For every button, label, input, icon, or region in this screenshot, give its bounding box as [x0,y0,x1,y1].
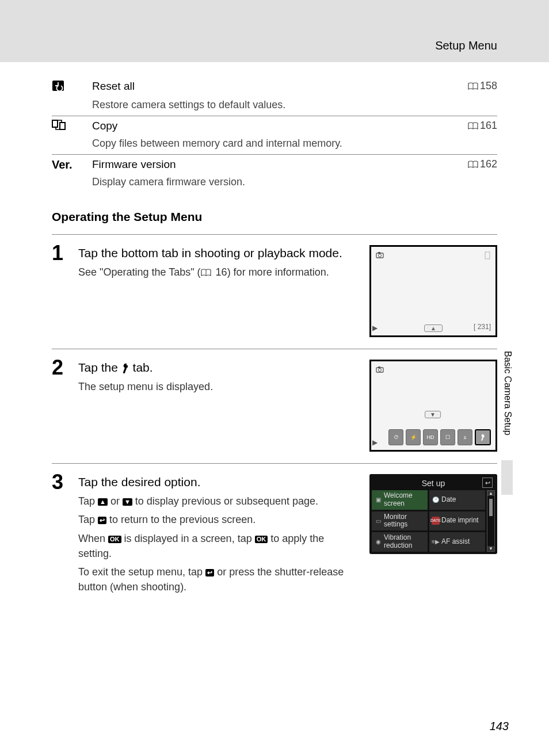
clock-icon: 🕐 [432,496,440,504]
tab-exposure: ± [458,429,472,445]
svg-rect-3 [60,123,65,129]
return-icon: ↩ [205,569,214,576]
page-ref: 161 [392,116,497,136]
svg-rect-8 [378,252,380,254]
copy-icon [52,116,92,136]
camera-screen-illustration-1: ▶ ▲ [ 231] [369,245,497,337]
step-instruction: Tap the bottom tab in shooting or playba… [78,245,358,261]
ok-icon: OK [108,536,121,543]
back-icon: ↩ [482,478,493,488]
step-number: 1 [52,243,70,264]
vr-icon: ◉ [374,538,382,546]
menu-item-desc: Restore camera settings to default value… [92,97,497,116]
menu-item-title: Copy [92,116,392,136]
section-heading: Operating the Setup Menu [52,210,497,224]
thumb-tab [501,460,513,495]
welcome-icon: ▣ [374,496,382,504]
setup-item-date: 🕐Date [429,490,485,510]
memory-card-icon [484,251,491,259]
tab-timer: ⏱ [388,429,403,445]
svg-point-12 [379,369,382,372]
step-3: 3 Tap the desired option. Tap ▲ or ▼ to … [52,463,497,609]
setup-item-monitor: ▭Monitor settings [372,511,428,531]
up-icon: ▲ [98,498,108,506]
svg-point-9 [379,254,382,257]
tab-setup [475,429,491,445]
date-badge-icon: DATE [432,517,440,525]
step-2: 2 Tap the tab. The setup menu is display… [52,349,497,463]
camera-mode-icon [376,251,384,258]
step-description: The setup menu is displayed. [78,379,358,394]
page-header-bar: Setup Menu [0,0,549,62]
page-ref: 162 [392,155,497,174]
header-title: Setup Menu [435,39,497,52]
step-description: See "Operating the Tabs" ( 16) for more … [78,265,358,280]
down-arrow-button: ▼ [425,411,441,418]
tab-touch: ☐ [440,429,455,445]
menu-item-desc: Display camera firmware version. [92,174,497,193]
up-arrow-button: ▲ [424,324,443,332]
step-1: 1 Tap the bottom tab in shooting or play… [52,234,497,349]
af-icon: ≡▶ [432,538,440,546]
menu-item-title: Firmware version [92,155,392,174]
monitor-icon: ▭ [374,517,382,525]
tab-flash: ⚡ [406,429,421,445]
step-description: Tap ▲ or ▼ to display previous or subseq… [78,494,358,509]
menu-table: Reset all 158 Restore camera settings to… [52,77,497,193]
camera-screen-illustration-2: ▶ ▼ ⏱ ⚡ HD ☐ ± [369,360,497,452]
ok-icon: OK [255,536,268,543]
reset-icon [52,77,92,97]
down-icon: ▼ [123,498,132,506]
svg-rect-11 [378,366,380,368]
step-description: Tap ↩ to return to the previous screen. [78,512,358,527]
ver-icon: Ver. [52,155,92,174]
svg-rect-2 [52,120,58,127]
setup-title: Set up [422,479,445,488]
return-icon: ↩ [98,517,106,524]
page-ref: 158 [392,77,497,97]
setup-item-dateimprint: DATEDate imprint [429,511,485,531]
step-instruction: Tap the tab. [78,360,358,376]
setup-menu-illustration: Set up ↩ ▣Welcome screen 🕐Date ▭Monitor … [369,474,497,554]
menu-item-title: Reset all [92,77,392,97]
setup-item-welcome: ▣Welcome screen [372,490,428,510]
step-description: To exit the setup menu, tap ↩ or press t… [78,564,358,594]
chevron-right-icon: ▶ [372,324,378,332]
scroll-bar [487,490,495,552]
step-description: When OK is displayed in a screen, tap OK… [78,531,358,561]
step-number: 2 [52,357,70,378]
wrench-icon [121,361,129,374]
tab-movie: HD [423,429,438,445]
step-instruction: Tap the desired option. [78,474,358,490]
setup-item-afassist: ≡▶AF assist [429,532,485,552]
step-number: 3 [52,472,70,492]
setup-item-vr: ◉Vibration reduction [372,532,428,552]
menu-item-desc: Copy files between memory card and inter… [92,135,497,155]
frame-counter: [ 231] [474,323,491,331]
camera-mode-icon [376,366,384,373]
page-number: 143 [490,720,509,733]
side-tab-label: Basic Camera Setup [502,351,513,436]
